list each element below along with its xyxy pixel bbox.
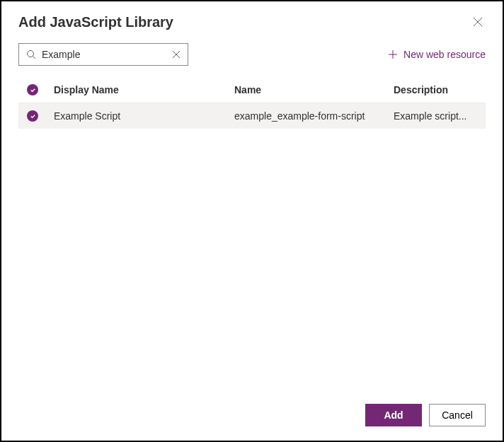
svg-line-1: [33, 57, 36, 59]
search-icon: [26, 50, 36, 59]
check-circle-icon: [27, 110, 38, 122]
cell-name: example_example-form-script: [234, 110, 394, 122]
dialog-title: Add JavaScript Library: [18, 14, 173, 30]
column-header-name[interactable]: Name: [234, 84, 394, 95]
cell-description: Example script...: [394, 110, 486, 122]
search-box[interactable]: [18, 43, 188, 66]
close-icon: [473, 17, 483, 27]
check-circle-icon: [27, 84, 38, 95]
dialog-header: Add JavaScript Library: [1, 1, 503, 37]
new-web-resource-label: New web resource: [403, 49, 486, 60]
row-checkbox[interactable]: [18, 110, 47, 122]
dialog-footer: Add Cancel: [1, 390, 503, 441]
column-header-description[interactable]: Description: [394, 84, 486, 95]
close-button[interactable]: [470, 14, 486, 32]
svg-point-0: [28, 51, 34, 57]
add-button[interactable]: Add: [365, 404, 422, 426]
table-header-row: Display Name Name Description: [18, 77, 486, 103]
clear-icon[interactable]: [172, 50, 181, 59]
table-row[interactable]: Example Script example_example-form-scri…: [18, 103, 486, 129]
select-all-checkbox[interactable]: [18, 84, 47, 95]
plus-icon: [388, 50, 398, 59]
table: Display Name Name Description Example Sc…: [1, 77, 503, 390]
cell-display-name: Example Script: [47, 110, 234, 122]
cancel-button[interactable]: Cancel: [429, 404, 486, 426]
new-web-resource-button[interactable]: New web resource: [388, 49, 486, 60]
search-input[interactable]: [42, 49, 166, 60]
column-header-display-name[interactable]: Display Name: [47, 84, 234, 95]
toolbar: New web resource: [1, 37, 503, 77]
